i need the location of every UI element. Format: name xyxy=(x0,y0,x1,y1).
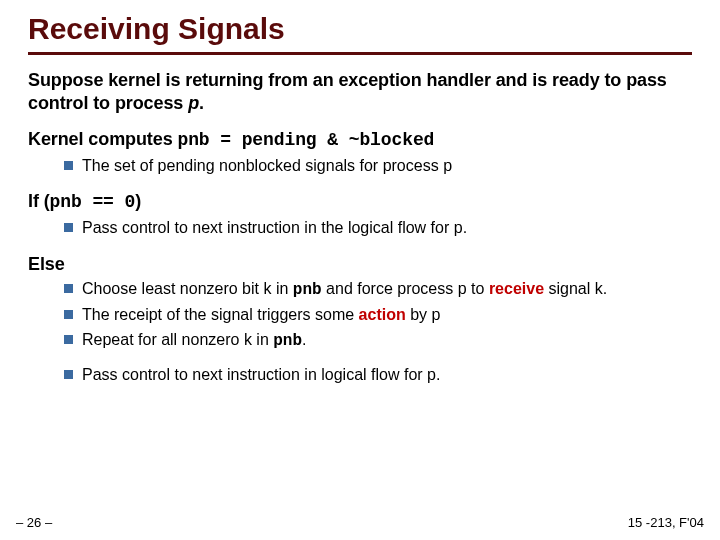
bullet-p2-1: The set of pending nonblocked signals fo… xyxy=(64,156,692,177)
bullet-else-4: Pass control to next instruction in logi… xyxy=(64,365,692,386)
paragraph-else: Else xyxy=(28,253,692,276)
paragraph-1: Suppose kernel is returning from an exce… xyxy=(28,69,692,114)
bullet-if-1: Pass control to next instruction in the … xyxy=(64,218,692,239)
paragraph-if: If (pnb == 0) xyxy=(28,190,692,214)
bullet-else-3: Repeat for all nonzero k in pnb. xyxy=(64,330,692,352)
bullet-else-2: The receipt of the signal triggers some … xyxy=(64,305,692,326)
slide-title: Receiving Signals xyxy=(28,12,692,55)
paragraph-2: Kernel computes pnb = pending & ~blocked xyxy=(28,128,692,152)
bullet-else-1: Choose least nonzero bit k in pnb and fo… xyxy=(64,279,692,301)
course-tag: 15 -213, F'04 xyxy=(628,515,704,530)
slide-number: – 26 – xyxy=(16,515,52,530)
